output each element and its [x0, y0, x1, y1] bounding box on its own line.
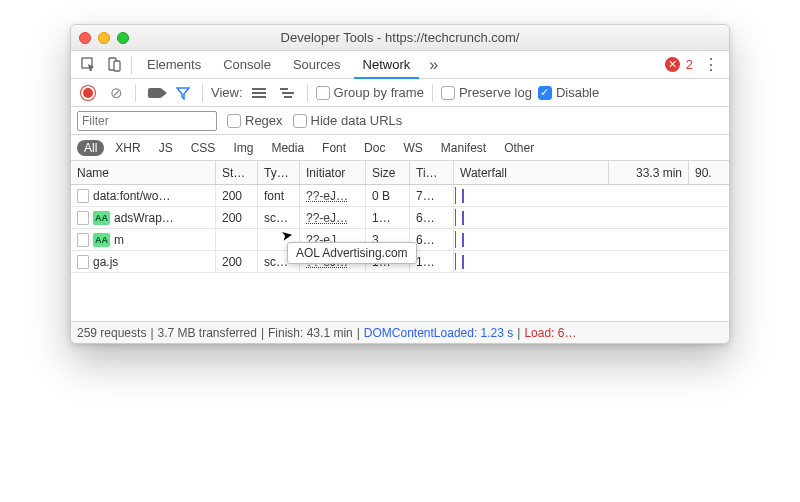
col-type[interactable]: Ty…	[258, 161, 300, 184]
type-filter-bar: All XHR JS CSS Img Media Font Doc WS Man…	[71, 135, 729, 161]
waterfall-bar	[462, 233, 464, 247]
type-css[interactable]: CSS	[184, 140, 223, 156]
row-status: 200	[216, 251, 258, 272]
type-xhr[interactable]: XHR	[108, 140, 147, 156]
status-sep: |	[150, 326, 153, 340]
hide-data-urls-label: Hide data URLs	[311, 113, 403, 128]
device-toggle-icon[interactable]	[103, 54, 125, 76]
grid-header: Name St… Ty… Initiator Size Ti… Waterfal…	[71, 161, 729, 185]
menu-icon[interactable]: ⋮	[699, 55, 723, 74]
titlebar: Developer Tools - https://techcrunch.com…	[71, 25, 729, 51]
tab-elements[interactable]: Elements	[138, 51, 210, 79]
row-initiator[interactable]: ??-eJ…	[306, 189, 348, 203]
type-doc[interactable]: Doc	[357, 140, 392, 156]
type-manifest[interactable]: Manifest	[434, 140, 493, 156]
row-time: 7…	[410, 185, 454, 206]
status-finish: Finish: 43.1 min	[268, 326, 353, 340]
window-title: Developer Tools - https://techcrunch.com…	[71, 30, 729, 45]
divider	[432, 84, 433, 102]
regex-checkbox[interactable]: Regex	[227, 113, 283, 128]
divider	[202, 84, 203, 102]
col-waterfall[interactable]: Waterfall	[454, 161, 609, 184]
divider	[131, 56, 132, 74]
group-by-frame-label: Group by frame	[334, 85, 424, 100]
row-time: 6…	[410, 207, 454, 228]
filter-icon[interactable]	[172, 82, 194, 104]
preserve-log-checkbox[interactable]: Preserve log	[441, 85, 532, 100]
row-status: 200	[216, 207, 258, 228]
inspect-icon[interactable]	[77, 54, 99, 76]
type-ws[interactable]: WS	[396, 140, 429, 156]
row-initiator[interactable]: ??-eJ…	[306, 211, 348, 225]
type-media[interactable]: Media	[264, 140, 311, 156]
type-img[interactable]: Img	[226, 140, 260, 156]
hide-data-urls-checkbox[interactable]: Hide data URLs	[293, 113, 403, 128]
clear-icon[interactable]: ⊘	[105, 82, 127, 104]
filter-input[interactable]	[77, 111, 217, 131]
svg-rect-2	[114, 61, 120, 71]
tooltip: AOL Advertising.com	[287, 242, 417, 264]
file-icon	[77, 189, 89, 203]
type-js[interactable]: JS	[152, 140, 180, 156]
error-count[interactable]: 2	[686, 57, 693, 72]
record-icon[interactable]	[77, 82, 99, 104]
tab-network[interactable]: Network	[354, 51, 420, 79]
regex-label: Regex	[245, 113, 283, 128]
type-other[interactable]: Other	[497, 140, 541, 156]
row-name: ga.js	[93, 255, 118, 269]
tab-sources[interactable]: Sources	[284, 51, 350, 79]
ad-badge-icon: AA	[93, 233, 110, 247]
status-load: Load: 6…	[524, 326, 576, 340]
status-sep: |	[357, 326, 360, 340]
error-badge-icon[interactable]: ✕	[665, 57, 680, 72]
waterfall-bar	[462, 255, 464, 269]
divider	[135, 84, 136, 102]
divider	[307, 84, 308, 102]
status-sep: |	[517, 326, 520, 340]
ad-badge-icon: AA	[93, 211, 110, 225]
col-name[interactable]: Name	[71, 161, 216, 184]
large-rows-icon[interactable]	[249, 82, 271, 104]
table-row[interactable]: AAadsWrap… 200 sc… ??-eJ… 1… 6…	[71, 207, 729, 229]
network-toolbar: ⊘ View: Group by frame Preserve log ✓Dis…	[71, 79, 729, 107]
col-status[interactable]: St…	[216, 161, 258, 184]
view-label: View:	[211, 85, 243, 100]
filter-bar: Regex Hide data URLs	[71, 107, 729, 135]
file-icon	[77, 211, 89, 225]
file-icon	[77, 233, 89, 247]
table-row[interactable]: data:font/wo… 200 font ??-eJ… 0 B 7…	[71, 185, 729, 207]
status-domcontentloaded: DOMContentLoaded: 1.23 s	[364, 326, 513, 340]
preserve-log-label: Preserve log	[459, 85, 532, 100]
waterfall-bar	[462, 189, 464, 203]
status-sep: |	[261, 326, 264, 340]
row-name: m	[114, 233, 124, 247]
row-size: 1…	[366, 207, 410, 228]
camera-icon[interactable]	[144, 82, 166, 104]
file-icon	[77, 255, 89, 269]
col-timescale: 33.3 min	[609, 161, 689, 184]
row-name: data:font/wo…	[93, 189, 170, 203]
cursor-icon: ➤	[280, 226, 295, 244]
waterfall-bar	[462, 211, 464, 225]
row-size: 0 B	[366, 185, 410, 206]
row-type: font	[258, 185, 300, 206]
col-end: 90.	[689, 161, 729, 184]
type-font[interactable]: Font	[315, 140, 353, 156]
status-transferred: 3.7 MB transferred	[158, 326, 257, 340]
devtools-window: Developer Tools - https://techcrunch.com…	[70, 24, 730, 344]
tab-console[interactable]: Console	[214, 51, 280, 79]
type-all[interactable]: All	[77, 140, 104, 156]
col-time[interactable]: Ti…	[410, 161, 454, 184]
disable-cache-checkbox[interactable]: ✓Disable	[538, 85, 599, 100]
col-initiator[interactable]: Initiator	[300, 161, 366, 184]
group-by-frame-checkbox[interactable]: Group by frame	[316, 85, 424, 100]
status-requests: 259 requests	[77, 326, 146, 340]
row-name: adsWrap…	[114, 211, 174, 225]
row-status: 200	[216, 185, 258, 206]
col-size[interactable]: Size	[366, 161, 410, 184]
row-type: sc…	[258, 207, 300, 228]
disable-label: Disable	[556, 85, 599, 100]
overflow-tabs-icon[interactable]: »	[423, 56, 444, 74]
panel-tabbar: Elements Console Sources Network » ✕ 2 ⋮	[71, 51, 729, 79]
small-rows-icon[interactable]	[277, 82, 299, 104]
